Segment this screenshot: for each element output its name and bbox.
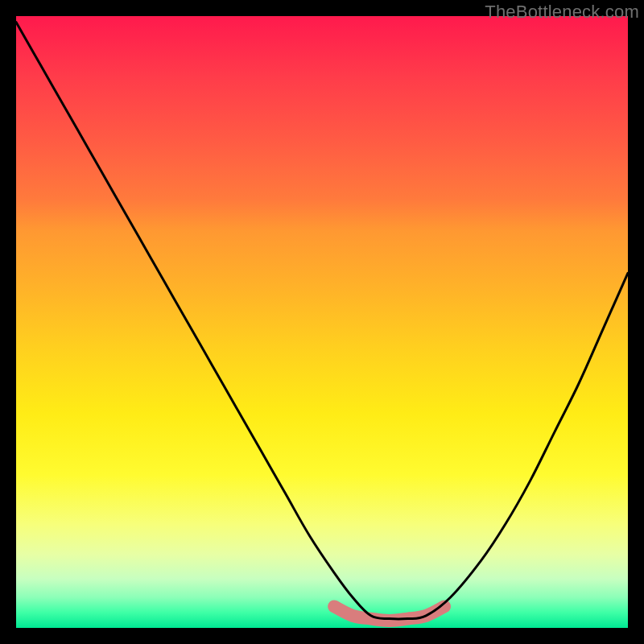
watermark-label: TheBottleneck.com [485,2,639,23]
bottleneck-curve [16,23,628,620]
curve-layer [16,16,628,628]
chart-frame: TheBottleneck.com [0,0,644,644]
